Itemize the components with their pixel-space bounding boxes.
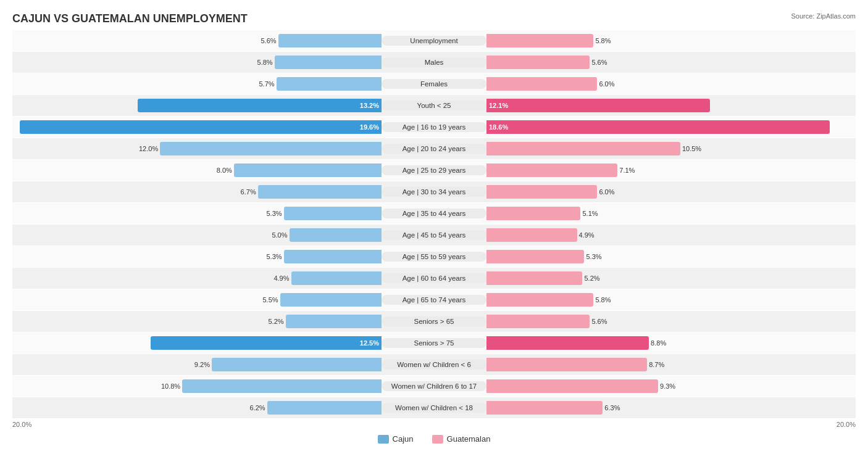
bar-left (267, 401, 382, 415)
legend-cajun-label: Cajun (393, 434, 414, 444)
table-row: 12.5%8.8%Seniors > 75 (12, 333, 856, 353)
table-row: 5.2%5.6%Seniors > 65 (12, 311, 856, 332)
table-row: 4.9%5.2%Age | 60 to 64 years (12, 268, 856, 289)
row-label: Age | 30 to 34 years (382, 187, 486, 197)
axis-left: 20.0% (12, 421, 31, 428)
row-label: Males (382, 57, 486, 67)
bar-left (275, 56, 382, 69)
bar-right (486, 34, 593, 48)
table-row: 13.2%12.1%Youth < 25 (12, 95, 856, 116)
bar-left (151, 336, 382, 350)
value-left: 6.2% (250, 404, 265, 411)
source-label: Source: ZipAtlas.com (791, 12, 856, 20)
bar-right (486, 185, 597, 199)
table-row: 5.7%6.0%Females (12, 73, 856, 94)
bar-left (212, 358, 382, 371)
table-row: 10.8%9.3%Women w/ Children 6 to 17 (12, 376, 856, 397)
value-left: 10.8% (161, 382, 180, 390)
bar-right (486, 207, 580, 220)
bars-area: 5.6%5.8%Unemployment5.8%5.6%Males5.7%6.0… (12, 30, 856, 418)
value-left: 5.2% (268, 318, 283, 325)
row-label: Women w/ Children < 6 (382, 360, 486, 370)
value-right: 5.8% (595, 296, 611, 304)
legend-cajun: Cajun (378, 434, 414, 444)
bar-left (278, 34, 382, 48)
value-left: 19.6% (360, 123, 379, 131)
row-label: Age | 65 to 74 years (382, 295, 486, 305)
row-label: Age | 35 to 44 years (382, 209, 486, 218)
value-right: 5.1% (582, 210, 598, 217)
value-left: 5.6% (261, 37, 276, 44)
value-right: 5.2% (584, 275, 599, 282)
value-right: 5.8% (595, 37, 611, 44)
value-right: 18.6% (489, 123, 508, 131)
row-label: Unemployment (382, 36, 486, 46)
value-right: 5.3% (586, 253, 601, 260)
bar-left (277, 77, 382, 91)
bar-right (486, 228, 577, 242)
table-row: 9.2%8.7%Women w/ Children < 6 (12, 354, 856, 375)
bar-left (160, 142, 382, 155)
bar-left (280, 293, 382, 307)
bar-left (258, 185, 382, 199)
bar-right (486, 379, 658, 393)
value-left: 13.2% (360, 102, 379, 109)
value-left: 5.5% (262, 296, 278, 304)
value-left: 12.5% (360, 339, 379, 347)
table-row: 5.3%5.1%Age | 35 to 44 years (12, 203, 856, 224)
row-label: Women w/ Children < 18 (382, 403, 486, 413)
bar-right (486, 142, 680, 155)
value-right: 6.3% (604, 404, 620, 411)
value-left: 12.0% (139, 145, 158, 152)
table-row: 8.0%7.1%Age | 25 to 29 years (12, 160, 856, 181)
value-left: 5.0% (272, 231, 287, 239)
bar-right (486, 77, 597, 91)
row-label: Seniors > 75 (382, 338, 486, 348)
bar-left (290, 228, 382, 242)
bar-right (486, 401, 603, 415)
table-row: 5.0%4.9%Age | 45 to 54 years (12, 225, 856, 246)
table-row: 19.6%18.6%Age | 16 to 19 years (12, 117, 856, 138)
chart-title: CAJUN VS GUATEMALAN UNEMPLOYMENT (12, 12, 856, 25)
value-right: 8.8% (651, 339, 666, 347)
value-left: 5.3% (266, 210, 282, 217)
row-label: Age | 60 to 64 years (382, 273, 486, 283)
value-left: 5.7% (259, 80, 275, 88)
table-row: 6.7%6.0%Age | 30 to 34 years (12, 181, 856, 202)
value-left: 9.2% (194, 361, 210, 368)
axis-labels: 20.0% 20.0% (12, 421, 856, 428)
legend-cajun-box (378, 435, 389, 444)
value-right: 7.1% (619, 167, 635, 174)
bar-left (286, 315, 382, 328)
legend-guatemalan: Guatemalan (432, 434, 491, 444)
bar-right (486, 315, 590, 328)
value-right: 6.0% (599, 80, 614, 88)
row-label: Age | 20 to 24 years (382, 144, 486, 154)
value-left: 6.7% (241, 188, 256, 196)
table-row: 5.3%5.3%Age | 55 to 59 years (12, 246, 856, 267)
row-label: Age | 16 to 19 years (382, 122, 486, 132)
value-right: 5.6% (591, 318, 607, 325)
bar-right (486, 271, 582, 285)
value-right: 12.1% (489, 102, 508, 109)
value-right: 9.3% (660, 382, 675, 390)
row-label: Age | 55 to 59 years (382, 252, 486, 262)
value-right: 8.7% (649, 361, 664, 368)
table-row: 5.8%5.6%Males (12, 52, 856, 73)
legend-guatemalan-label: Guatemalan (447, 434, 491, 444)
row-label: Seniors > 65 (382, 316, 486, 326)
value-right: 6.0% (599, 188, 614, 196)
value-right: 10.5% (682, 145, 701, 152)
bar-right (486, 358, 647, 371)
bar-right (486, 56, 590, 69)
bar-left (284, 250, 382, 263)
bar-left (138, 99, 382, 112)
axis-right: 20.0% (837, 421, 856, 428)
row-label: Age | 25 to 29 years (382, 165, 486, 175)
row-label: Women w/ Children 6 to 17 (382, 381, 486, 391)
bar-left (291, 271, 382, 285)
bar-right (486, 120, 830, 134)
bar-left (284, 207, 382, 220)
bar-right (486, 99, 710, 112)
bar-right (486, 293, 593, 307)
